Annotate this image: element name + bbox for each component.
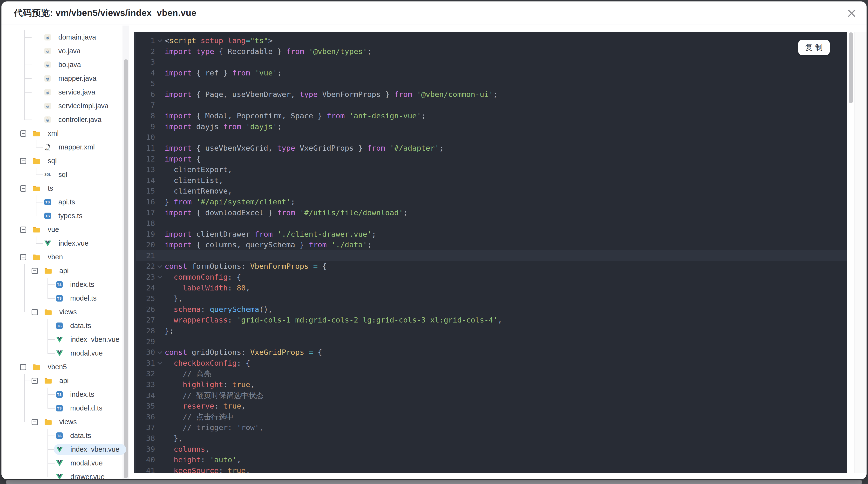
- code-line: 41 keepSource: true,: [136, 465, 847, 473]
- code-scrollbar-thumb[interactable]: [849, 32, 853, 103]
- tree-item-body[interactable]: domain.java: [42, 32, 103, 43]
- tree-item-mapper-xml[interactable]: XMLmapper.xml: [1, 140, 134, 154]
- line-number: 16: [136, 196, 155, 207]
- tree-item-body[interactable]: mapper.java: [42, 73, 103, 84]
- tree-item-model-ts[interactable]: TSmodel.ts: [1, 291, 134, 305]
- tree-item-selected-body[interactable]: index_vben.vue: [54, 444, 126, 455]
- tree-item-mapper-java[interactable]: mapper.java: [1, 72, 134, 85]
- tree-item-data-ts[interactable]: TSdata.ts: [1, 319, 134, 333]
- collapse-minus-icon[interactable]: [32, 268, 38, 274]
- code-preview-dialog: 代码预览: vm/vben5/views/index_vben.vue × do…: [1, 1, 867, 479]
- tree-item-body[interactable]: serviceImpl.java: [42, 100, 115, 111]
- code-line: 31 checkboxConfig: {: [136, 358, 847, 368]
- tree-item-views[interactable]: views: [1, 415, 134, 429]
- tree-item-body[interactable]: SQLsql: [42, 169, 74, 180]
- tree-item-body[interactable]: xml: [18, 128, 65, 139]
- tree-item-index-vue[interactable]: index.vue: [1, 236, 134, 250]
- tree-item-api[interactable]: api: [1, 264, 134, 278]
- tree-item-body[interactable]: api: [29, 375, 75, 386]
- collapse-minus-icon[interactable]: [20, 364, 26, 370]
- fold-chevron-icon[interactable]: [157, 263, 162, 268]
- copy-button[interactable]: 复 制: [798, 40, 830, 55]
- tree-item-bo-java[interactable]: bo.java: [1, 58, 134, 72]
- tree-item-body[interactable]: TStypes.ts: [42, 211, 89, 221]
- tree-item-body[interactable]: sql: [18, 156, 63, 166]
- tree-item-index-vben-vue[interactable]: index_vben.vue: [1, 443, 134, 456]
- tree-item-model-d-ts[interactable]: TSmodel.d.ts: [1, 401, 134, 415]
- tree-item-body[interactable]: TSindex.ts: [54, 389, 101, 400]
- tree-item-body[interactable]: modal.vue: [54, 458, 110, 469]
- code-line: 25 },: [136, 293, 847, 304]
- folder-icon: [33, 227, 40, 233]
- tree-item-index-ts[interactable]: TSindex.ts: [1, 388, 134, 401]
- tree-item-modal-vue[interactable]: modal.vue: [1, 346, 134, 360]
- tree-item-index-ts[interactable]: TSindex.ts: [1, 278, 134, 291]
- tree-item-sql[interactable]: SQLsql: [1, 168, 134, 182]
- tree-item-body[interactable]: TSmodel.ts: [54, 293, 103, 304]
- tree-item-body[interactable]: vue: [18, 224, 66, 235]
- tree-item-views[interactable]: views: [1, 305, 134, 319]
- tree-item-body[interactable]: views: [29, 306, 84, 317]
- tree-scrollbar-thumb[interactable]: [124, 59, 128, 478]
- tree-item-drawer-vue[interactable]: drawer.vue: [1, 470, 134, 479]
- collapse-minus-icon[interactable]: [32, 419, 38, 425]
- tree-item-controller-java[interactable]: controller.java: [1, 113, 134, 127]
- tree-item-body[interactable]: vo.java: [42, 45, 87, 56]
- tree-item-body[interactable]: api: [29, 265, 75, 276]
- collapse-minus-icon[interactable]: [32, 309, 38, 315]
- tree-item-body[interactable]: index_vben.vue: [54, 334, 126, 345]
- fold-chevron-icon[interactable]: [157, 274, 162, 279]
- collapse-minus-icon[interactable]: [32, 378, 38, 384]
- tree-item-body[interactable]: TSindex.ts: [54, 279, 101, 290]
- collapse-minus-icon[interactable]: [20, 227, 26, 233]
- close-icon[interactable]: ×: [842, 3, 861, 23]
- collapse-minus-icon[interactable]: [20, 254, 26, 260]
- tree-item-sql[interactable]: sql: [1, 154, 134, 168]
- collapse-minus-icon[interactable]: [20, 130, 26, 137]
- tree-item-body[interactable]: ts: [18, 183, 60, 194]
- tree-item-body[interactable]: views: [29, 417, 84, 427]
- code-line: 14 clientList,: [136, 175, 847, 186]
- tree-item-api-ts[interactable]: TSapi.ts: [1, 195, 134, 209]
- line-number: 17: [136, 207, 155, 218]
- tree-item-modal-vue[interactable]: modal.vue: [1, 456, 134, 470]
- fold-chevron-icon[interactable]: [157, 38, 162, 42]
- tree-item-service-java[interactable]: service.java: [1, 85, 134, 99]
- tree-item-body[interactable]: drawer.vue: [54, 472, 112, 479]
- fold-chevron-icon[interactable]: [157, 349, 162, 354]
- tree-item-domain-java[interactable]: domain.java: [1, 30, 134, 44]
- code-line: 23 commonConfig: {: [136, 272, 847, 283]
- tree-item-ts[interactable]: ts: [1, 182, 134, 195]
- tree-item-body[interactable]: index.vue: [42, 238, 95, 249]
- tree-item-body[interactable]: TSapi.ts: [42, 197, 82, 207]
- dialog-header: 代码预览: vm/vben5/views/index_vben.vue ×: [1, 1, 867, 25]
- tree-item-body[interactable]: XMLmapper.xml: [42, 142, 101, 153]
- tree-item-body[interactable]: bo.java: [42, 59, 88, 70]
- tree-item-api[interactable]: api: [1, 374, 134, 388]
- tree-item-body[interactable]: vben5: [18, 361, 73, 373]
- tree-item-body[interactable]: TSdata.ts: [54, 320, 98, 331]
- tree-item-index-vben-vue[interactable]: index_vben.vue: [1, 333, 134, 346]
- tree-item-vben[interactable]: vben: [1, 250, 134, 264]
- fold-gutter: [155, 78, 165, 89]
- tree-item-xml[interactable]: xml: [1, 127, 134, 140]
- tree-guide-line: [36, 140, 36, 147]
- tree-item-serviceimpl-java[interactable]: serviceImpl.java: [1, 99, 134, 113]
- tree-item-body[interactable]: TSdata.ts: [54, 430, 98, 441]
- tree-item-label: api: [59, 267, 69, 275]
- tree-item-data-ts[interactable]: TSdata.ts: [1, 429, 134, 443]
- tree-item-body[interactable]: service.java: [42, 87, 102, 98]
- tree-item-vo-java[interactable]: vo.java: [1, 44, 134, 58]
- tree-item-body[interactable]: modal.vue: [54, 348, 110, 359]
- tree-item-types-ts[interactable]: TStypes.ts: [1, 209, 134, 223]
- fold-chevron-icon[interactable]: [157, 360, 162, 365]
- code-line: 32 // 高亮: [136, 368, 847, 379]
- tree-item-body[interactable]: controller.java: [42, 114, 108, 125]
- tree-item-body[interactable]: TSmodel.d.ts: [54, 403, 109, 414]
- tree-item-body[interactable]: vben: [18, 252, 70, 262]
- tree-item-vue[interactable]: vue: [1, 223, 134, 236]
- collapse-minus-icon[interactable]: [20, 158, 26, 164]
- collapse-minus-icon[interactable]: [20, 185, 26, 192]
- tree-item-vben5[interactable]: vben5: [1, 360, 134, 374]
- line-number: 34: [136, 390, 155, 401]
